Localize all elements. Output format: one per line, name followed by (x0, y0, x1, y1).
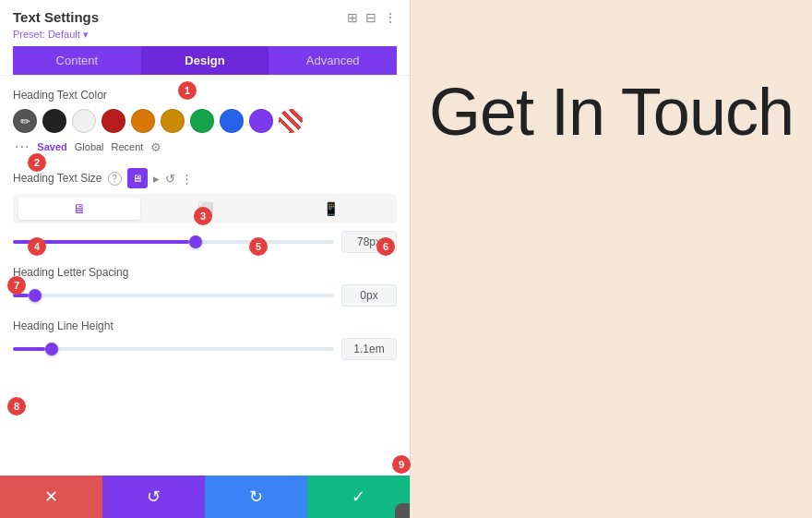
color-green[interactable] (190, 109, 214, 133)
resize-handle[interactable] (395, 503, 410, 518)
badge-6: 6 (376, 237, 395, 256)
panel-header: Text Settings ⊞ ⊟ ⋮ Preset: Default ▾ Co… (0, 0, 410, 76)
mobile-device-option[interactable]: 📱 (269, 198, 391, 220)
tab-bar: Content Design Advanced (13, 46, 397, 75)
letter-spacing-label-row: Heading Letter Spacing (13, 266, 397, 279)
global-colors-tab[interactable]: Global (75, 141, 104, 152)
collapse-icon[interactable]: ⊟ (365, 10, 376, 25)
badge-4: 4 (28, 237, 46, 256)
text-size-device-button[interactable]: 🖥 (127, 168, 148, 188)
letter-spacing-slider-row: 0px (13, 284, 397, 307)
saved-colors-tab[interactable]: Saved (37, 141, 66, 152)
preset-label[interactable]: Preset: Default ▾ (13, 29, 397, 41)
color-striped[interactable] (279, 109, 303, 133)
badge-1: 1 (178, 81, 197, 100)
settings-panel: 1 2 3 4 5 6 7 8 9 Text Settings ⊞ ⊟ ⋮ Pr… (0, 0, 411, 518)
badge-3: 3 (194, 207, 212, 225)
color-swatches-row: ✏ (13, 109, 397, 133)
color-white[interactable] (72, 109, 96, 133)
more-colors-dots[interactable]: ··· (15, 139, 30, 155)
text-size-label-row: Heading Text Size ? 🖥 ▸ ↺ ⋮ (13, 168, 397, 188)
heading-line-height-section: Heading Line Height 1.1em (13, 319, 397, 360)
tab-content[interactable]: Content (13, 46, 141, 75)
more-icon[interactable]: ⋮ (181, 172, 193, 186)
text-size-label: Heading Text Size (13, 172, 102, 185)
edit-color-button[interactable]: ✏ (13, 109, 37, 133)
color-meta-row: ··· Saved Global Recent ⚙ (13, 139, 397, 155)
color-red[interactable] (102, 109, 125, 133)
heading-letter-spacing-section: Heading Letter Spacing 0px (13, 266, 397, 307)
heading-text-color-section: Heading Text Color ✏ ··· Saved Global Re… (13, 89, 397, 155)
letter-spacing-slider[interactable] (13, 294, 334, 297)
line-height-slider-row: 1.1em (13, 338, 397, 360)
text-size-slider[interactable] (13, 240, 334, 244)
badge-2: 2 (28, 153, 46, 172)
letter-spacing-label: Heading Letter Spacing (13, 266, 128, 279)
badge-7: 7 (7, 276, 26, 295)
action-bar: ✕ ↺ ↻ ✓ (0, 476, 410, 518)
color-settings-gear-icon[interactable]: ⚙ (150, 140, 161, 154)
panel-body: Heading Text Color ✏ ··· Saved Global Re… (0, 76, 410, 476)
line-height-label-row: Heading Line Height (13, 319, 397, 332)
header-icons: ⊞ ⊟ ⋮ (347, 10, 397, 25)
color-yellow[interactable] (161, 109, 185, 133)
desktop-device-option[interactable]: 🖥 (18, 198, 140, 220)
color-blue[interactable] (220, 109, 244, 133)
line-height-label: Heading Line Height (13, 319, 113, 332)
badge-5: 5 (249, 237, 268, 256)
cancel-button[interactable]: ✕ (0, 476, 102, 518)
color-black[interactable] (42, 109, 66, 133)
more-options-icon[interactable]: ⋮ (384, 10, 397, 25)
undo-button[interactable]: ↺ (102, 476, 205, 518)
recent-colors-tab[interactable]: Recent (112, 141, 144, 152)
line-height-value[interactable]: 1.1em (341, 338, 397, 360)
line-height-slider[interactable] (13, 347, 334, 351)
text-size-slider-row: 78px (13, 231, 397, 253)
cursor-icon[interactable]: ▸ (153, 172, 160, 186)
badge-8: 8 (7, 397, 26, 416)
panel-title: Text Settings (13, 9, 99, 25)
tab-design[interactable]: Design (141, 46, 269, 75)
preview-area: Get In Touch (411, 0, 812, 518)
redo-button[interactable]: ↻ (205, 476, 307, 518)
reset-icon[interactable]: ↺ (165, 172, 175, 186)
letter-spacing-value[interactable]: 0px (341, 284, 397, 307)
color-purple[interactable] (249, 109, 273, 133)
preview-heading-text: Get In Touch (429, 74, 794, 150)
text-size-help-icon[interactable]: ? (108, 172, 122, 186)
heading-color-label: Heading Text Color (13, 89, 397, 102)
tab-advanced[interactable]: Advanced (269, 46, 397, 75)
expand-icon[interactable]: ⊞ (347, 10, 358, 25)
badge-9: 9 (392, 455, 411, 474)
color-orange[interactable] (131, 109, 155, 133)
